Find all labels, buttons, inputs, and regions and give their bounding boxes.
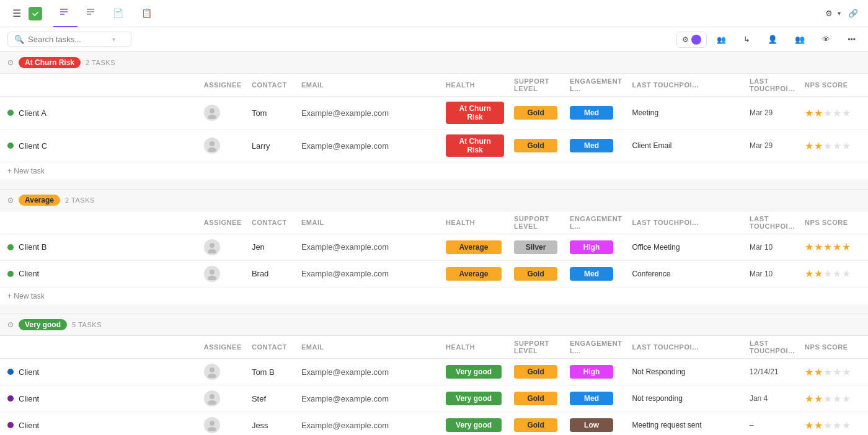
group-badge-verygood: Very good xyxy=(19,319,67,330)
automate-button[interactable]: ⚙ ▾ xyxy=(825,9,841,18)
assignee-cell xyxy=(199,234,247,260)
engagement-cell: Low xyxy=(565,412,627,436)
touchpoint-date-cell: 12/14/21 xyxy=(745,359,800,385)
touchpoint-cell: Not responding xyxy=(627,385,745,412)
task-name-cell: Client A xyxy=(0,97,199,130)
group-by-button[interactable]: 👥 xyxy=(712,33,733,46)
tab-feedback[interactable]: 📋 xyxy=(135,0,161,27)
new-task-button[interactable]: + New task xyxy=(7,167,45,175)
star-empty: ★ xyxy=(823,268,832,279)
support-badge: Gold xyxy=(514,139,557,152)
filter-badge xyxy=(691,35,701,45)
more-icon: ••• xyxy=(848,35,856,44)
task-dot xyxy=(7,143,14,149)
toolbar-right: ⚙ 👥 ↳ 👤 👥 👁 ••• xyxy=(676,32,861,48)
table-row[interactable]: Client C Larry Example@example.com At Ch… xyxy=(0,130,868,162)
email-cell: Example@example.com xyxy=(296,260,441,287)
table-row[interactable]: Client A Tom Example@example.com At Chur… xyxy=(0,97,868,130)
playbook-tab-icon: 📄 xyxy=(113,8,123,18)
tab-add-view[interactable] xyxy=(164,0,176,27)
svg-point-20 xyxy=(208,427,216,431)
group-badge-churn: At Churn Risk xyxy=(19,57,81,68)
assignees-icon: 👥 xyxy=(795,35,805,44)
touchpoint-cell: Meeting xyxy=(627,97,745,130)
col-header-churn: ASSIGNEE CONTACT EMAIL HEALTH SUPPORT LE… xyxy=(0,74,868,97)
contact-cell: Stef xyxy=(247,385,296,412)
col-contact: CONTACT xyxy=(247,336,296,359)
svg-point-10 xyxy=(208,147,216,152)
show-button[interactable]: 👁 xyxy=(817,32,838,46)
app-logo xyxy=(29,7,46,20)
col-health: HEALTH xyxy=(441,211,509,234)
touchpoint-date-cell: Mar 10 xyxy=(745,234,800,260)
filter-button[interactable]: ⚙ xyxy=(676,32,707,48)
health-cell: Average xyxy=(441,234,509,260)
task-name-text: Client A xyxy=(19,108,46,118)
support-badge: Gold xyxy=(514,267,557,281)
health-badge: Very good xyxy=(446,365,502,379)
task-name-text: Client xyxy=(19,367,39,377)
star-filled: ★ xyxy=(842,241,851,253)
hamburger-icon[interactable]: ☰ xyxy=(7,5,26,22)
share-button[interactable]: 🔗 xyxy=(848,9,861,18)
task-dot xyxy=(7,395,14,402)
star-filled: ★ xyxy=(814,420,823,431)
star-filled: ★ xyxy=(814,140,823,152)
engagement-cell: Med xyxy=(565,385,627,412)
tab-renewal[interactable] xyxy=(80,0,104,27)
star-filled: ★ xyxy=(805,107,813,119)
star-empty: ★ xyxy=(833,420,841,431)
star-empty: ★ xyxy=(833,366,841,378)
support-badge: Gold xyxy=(514,106,557,120)
subtasks-icon: ↳ xyxy=(743,35,750,44)
support-cell: Silver xyxy=(509,234,565,260)
star-empty: ★ xyxy=(833,393,841,405)
col-name xyxy=(0,336,199,359)
group-toggle-verygood[interactable]: ⊙ xyxy=(7,320,14,329)
touchpoint-date-cell: Mar 29 xyxy=(745,97,800,130)
col-contact: CONTACT xyxy=(247,211,296,234)
assignees-button[interactable]: 👥 xyxy=(790,32,812,46)
group-badge-average: Average xyxy=(19,195,60,206)
health-badge: At Churn Risk xyxy=(446,102,504,124)
col-health: HEALTH xyxy=(441,74,509,97)
logo-icon xyxy=(29,7,42,20)
health-cell: At Churn Risk xyxy=(441,130,509,162)
table-row[interactable]: Client Tom B Example@example.com Very go… xyxy=(0,359,868,385)
engagement-badge: Med xyxy=(570,139,613,152)
renewal-tab-icon xyxy=(86,7,95,18)
task-name-text: Client C xyxy=(19,141,47,151)
table-row[interactable]: Client Jess Example@example.com Very goo… xyxy=(0,412,868,436)
nps-cell: ★★★★★ xyxy=(800,359,868,385)
col-nps: NPS SCORE xyxy=(800,211,868,234)
search-input[interactable] xyxy=(28,35,108,44)
svg-point-9 xyxy=(210,141,215,146)
tab-playbook[interactable]: 📄 xyxy=(107,0,133,27)
me-button[interactable]: 👤 xyxy=(763,32,785,46)
svg-point-8 xyxy=(208,115,216,119)
more-button[interactable]: ••• xyxy=(843,33,861,46)
subtasks-button[interactable]: ↳ xyxy=(738,32,758,46)
nps-cell: ★★★★★ xyxy=(800,234,868,260)
table-row[interactable]: Client Brad Example@example.com Average … xyxy=(0,260,868,287)
group-toggle-average[interactable]: ⊙ xyxy=(7,196,14,204)
nps-cell: ★★★★★ xyxy=(800,385,868,412)
tab-engagement[interactable] xyxy=(53,0,78,27)
touchpoint-cell: Office Meeting xyxy=(627,234,745,260)
task-name-text: Client xyxy=(19,394,39,403)
group-toggle-churn[interactable]: ⊙ xyxy=(7,58,14,67)
table-row[interactable]: Client B Jen Example@example.com Average… xyxy=(0,234,868,260)
search-box[interactable]: 🔍 ▾ xyxy=(7,32,131,47)
task-name-text: Client xyxy=(19,421,39,430)
engagement-badge: Med xyxy=(570,392,613,405)
nav-actions: ⚙ ▾ 🔗 xyxy=(825,9,861,18)
engagement-badge: Med xyxy=(570,106,613,120)
filter-icon: ⚙ xyxy=(682,35,689,44)
table-row[interactable]: Client Stef Example@example.com Very goo… xyxy=(0,385,868,412)
star-filled: ★ xyxy=(814,393,823,405)
support-badge: Gold xyxy=(514,365,557,379)
new-task-button[interactable]: + New task xyxy=(7,292,45,301)
nps-cell: ★★★★★ xyxy=(800,130,868,162)
engagement-cell: Med xyxy=(565,260,627,287)
svg-point-14 xyxy=(208,276,216,280)
